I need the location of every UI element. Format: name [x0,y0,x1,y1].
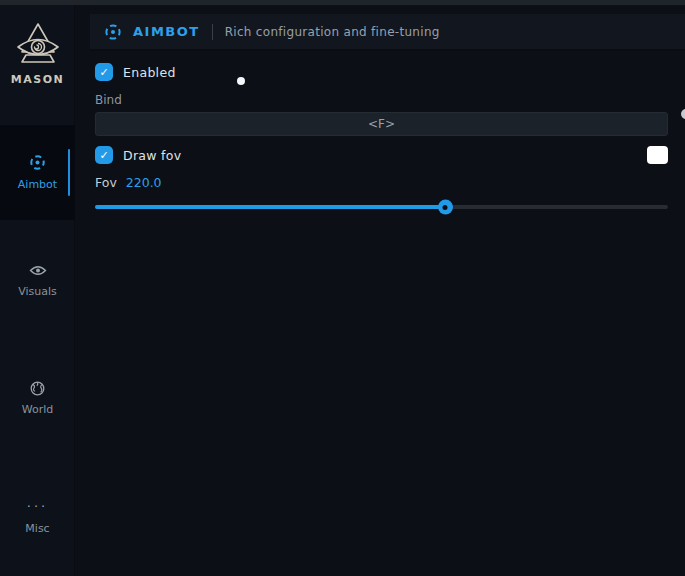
draw-fov-label: Draw fov [123,148,181,163]
sidebar-item-label: Visuals [18,285,57,298]
fov-label: Fov [95,175,117,190]
enabled-checkbox[interactable]: ✓ [95,63,113,81]
fov-value: 220.0 [126,175,162,190]
fov-slider-fill [95,205,445,209]
enabled-label: Enabled [123,65,176,80]
brand-logo: MASON [0,20,75,86]
fov-color-swatch[interactable] [647,146,668,164]
fov-slider-thumb[interactable] [438,200,453,215]
eye-icon [29,262,47,278]
fov-label-row: Fov 220.0 [95,175,668,190]
crosshair-icon [29,155,46,171]
header-divider [212,24,213,40]
ellipsis-icon: ··· [27,499,48,515]
bind-input[interactable]: <F> [95,112,668,136]
draw-fov-checkbox[interactable]: ✓ [95,146,113,164]
enabled-row: ✓ Enabled [95,63,668,81]
sidebar-item-label: Aimbot [18,178,57,191]
globe-icon [30,380,45,396]
mason-eye-pyramid-icon [0,20,75,70]
header-actions [614,21,671,43]
sidebar-item-misc[interactable]: ··· Misc [0,485,75,549]
main-panel: AIMBOT Rich configuration and fine-tunin… [76,5,685,576]
sidebar-item-label: World [22,403,54,416]
sidebar-item-visuals[interactable]: Visuals [0,248,75,312]
cursor-dot [681,109,685,119]
brand-name: MASON [0,73,75,86]
draw-fov-row: ✓ Draw fov [95,146,668,164]
download-config-button[interactable] [649,21,671,43]
sidebar-item-aimbot[interactable]: Aimbot [0,125,75,220]
bind-label: Bind [95,93,668,107]
page-title: AIMBOT [133,24,200,39]
aimbot-settings: ✓ Enabled Bind <F> ✓ Draw fov Fov 220.0 [95,55,668,215]
sidebar-item-label: Misc [25,522,49,535]
sidebar: MASON Aimbot Visuals Wo [0,5,75,576]
section-header: AIMBOT Rich configuration and fine-tunin… [90,14,685,51]
upload-config-button[interactable] [614,21,636,43]
fov-slider-track [95,205,668,209]
page-subtitle: Rich configuration and fine-tuning [225,25,440,39]
fov-slider[interactable] [95,199,668,215]
crosshair-icon [104,23,122,41]
sidebar-item-world[interactable]: World [0,366,75,430]
